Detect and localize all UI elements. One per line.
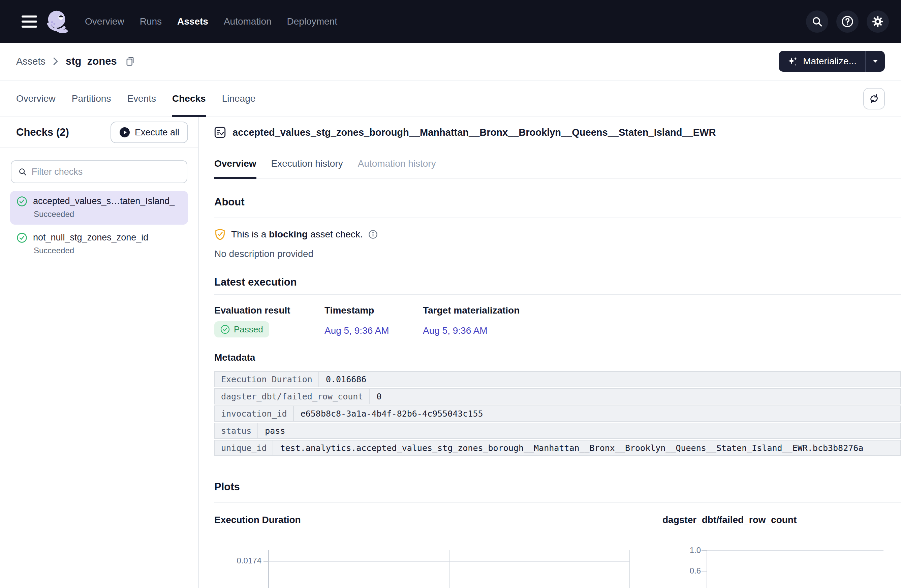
target-materialization-link[interactable]: Aug 5, 9:36 AM <box>423 325 487 336</box>
primary-nav: Overview Runs Assets Automation Deployme… <box>85 16 337 27</box>
refresh-button[interactable] <box>863 88 885 109</box>
checks-count-title: Checks (2) <box>16 126 69 138</box>
tab-events[interactable]: Events <box>127 81 156 117</box>
nav-item-overview[interactable]: Overview <box>85 16 124 27</box>
col-evaluation-result: Evaluation result <box>214 305 324 316</box>
nav-item-runs[interactable]: Runs <box>140 16 162 27</box>
execute-all-button[interactable]: Execute all <box>111 121 188 143</box>
tab-automation-history[interactable]: Automation history <box>358 158 436 179</box>
chart-title: Execution Duration <box>214 515 662 525</box>
checks-sidebar-header: Checks (2) Execute all <box>0 117 198 148</box>
breadcrumb: Assets stg_zones <box>16 55 135 67</box>
blocking-text: This is a blocking asset check. <box>231 229 363 240</box>
asset-check-icon <box>214 127 226 138</box>
tab-check-overview[interactable]: Overview <box>214 158 256 179</box>
section-divider <box>214 502 901 503</box>
metadata-key: status <box>214 423 258 439</box>
timestamp-link[interactable]: Aug 5, 9:36 AM <box>324 325 389 336</box>
plot-area: 1.0 0.6 <box>662 550 901 588</box>
check-item-status: Succeeded <box>34 210 181 219</box>
info-icon[interactable] <box>368 230 378 239</box>
check-success-icon <box>220 325 230 334</box>
asset-name: stg_zones <box>66 55 117 67</box>
table-row: Execution Duration 0.016686 <box>214 371 901 387</box>
copy-icon <box>125 56 135 67</box>
shield-check-icon <box>214 228 226 240</box>
plots-row: Execution Duration 0.0174 dagster_dbt/fa… <box>214 515 901 588</box>
chart-execution-duration: Execution Duration 0.0174 <box>214 515 662 588</box>
tab-lineage[interactable]: Lineage <box>222 81 256 117</box>
materialize-button[interactable]: Materialize... <box>779 51 866 72</box>
search-icon <box>18 167 27 176</box>
search-icon <box>811 16 823 27</box>
about-heading: About <box>214 196 901 208</box>
search-button[interactable] <box>806 11 828 33</box>
section-divider <box>214 294 901 295</box>
y-tick-label: 0.0174 <box>224 556 262 565</box>
hamburger-menu-icon[interactable] <box>22 16 37 28</box>
caret-down-icon <box>873 60 878 63</box>
section-divider <box>214 218 901 218</box>
check-success-icon <box>17 233 27 243</box>
check-success-icon <box>17 196 27 207</box>
dagster-logo[interactable] <box>44 8 72 35</box>
no-description-text: No description provided <box>214 249 901 259</box>
table-row: dagster_dbt/failed_row_count 0 <box>214 388 901 404</box>
breadcrumb-assets-link[interactable]: Assets <box>16 56 45 67</box>
check-item-name: accepted_values_s…taten_Island_ <box>33 196 181 207</box>
blocking-note: This is a blocking asset check. <box>214 228 901 240</box>
col-timestamp: Timestamp <box>324 305 423 316</box>
y-tick-label: 0.6 <box>664 566 701 576</box>
tab-checks[interactable]: Checks <box>172 81 206 117</box>
y-tick-label: 1.0 <box>664 546 701 555</box>
help-button[interactable] <box>836 11 859 33</box>
check-title: accepted_values_stg_zones_borough__Manha… <box>232 127 716 138</box>
tab-partitions[interactable]: Partitions <box>72 81 111 117</box>
gear-icon <box>871 15 884 28</box>
table-row: status pass <box>214 423 901 439</box>
latest-execution-heading: Latest execution <box>214 276 901 288</box>
filter-checks-box <box>11 160 187 183</box>
status-badge-passed: Passed <box>214 321 269 338</box>
metadata-key: dagster_dbt/failed_row_count <box>214 388 369 404</box>
refresh-icon <box>868 93 880 104</box>
metadata-value: 0 <box>369 388 901 404</box>
metadata-table: Execution Duration 0.016686 dagster_dbt/… <box>214 371 901 456</box>
help-icon <box>841 15 854 28</box>
topnav-actions <box>806 11 889 33</box>
execute-all-label: Execute all <box>135 127 179 138</box>
content: Checks (2) Execute all accepted_values_s… <box>0 117 901 588</box>
chart-failed-row-count: dagster_dbt/failed_row_count 1.0 0.6 <box>662 515 901 588</box>
nav-item-automation[interactable]: Automation <box>224 16 271 27</box>
metadata-value: pass <box>258 423 901 439</box>
latest-execution-grid: Evaluation result Passed Timestamp Aug 5… <box>214 305 901 338</box>
chevron-right-icon <box>52 57 59 65</box>
tab-execution-history[interactable]: Execution history <box>271 158 343 179</box>
check-item-status: Succeeded <box>34 246 181 255</box>
metadata-key: unique_id <box>214 440 273 456</box>
metadata-key: invocation_id <box>214 406 294 422</box>
check-list-item-not-null[interactable]: not_null_stg_zones_zone_id Succeeded <box>10 227 188 261</box>
nav-item-deployment[interactable]: Deployment <box>287 16 337 27</box>
metadata-value: 0.016686 <box>319 371 901 387</box>
materialize-split-button: Materialize... <box>779 51 885 72</box>
table-row: unique_id test.analytics.accepted_values… <box>214 440 901 456</box>
check-list-item-accepted-values[interactable]: accepted_values_s…taten_Island_ Succeede… <box>10 191 188 225</box>
nav-item-assets[interactable]: Assets <box>177 16 208 27</box>
check-title-row: accepted_values_stg_zones_borough__Manha… <box>214 127 901 138</box>
chart-title: dagster_dbt/failed_row_count <box>662 515 901 525</box>
top-nav: Overview Runs Assets Automation Deployme… <box>0 0 901 43</box>
check-detail-tabs: Overview Execution history Automation hi… <box>214 158 901 179</box>
col-target-materialization: Target materialization <box>423 305 901 316</box>
play-circle-icon <box>119 127 130 138</box>
copy-button[interactable] <box>125 56 135 67</box>
check-detail-panel: accepted_values_stg_zones_borough__Manha… <box>199 117 901 588</box>
materialize-label: Materialize... <box>803 56 857 67</box>
metadata-heading: Metadata <box>214 352 901 363</box>
tab-overview[interactable]: Overview <box>16 81 56 117</box>
filter-checks-input[interactable] <box>32 167 180 177</box>
materialize-dropdown-button[interactable] <box>866 51 885 72</box>
asset-tabs: Overview Partitions Events Checks Lineag… <box>0 81 901 117</box>
settings-button[interactable] <box>867 11 889 33</box>
check-item-name: not_null_stg_zones_zone_id <box>33 232 181 243</box>
